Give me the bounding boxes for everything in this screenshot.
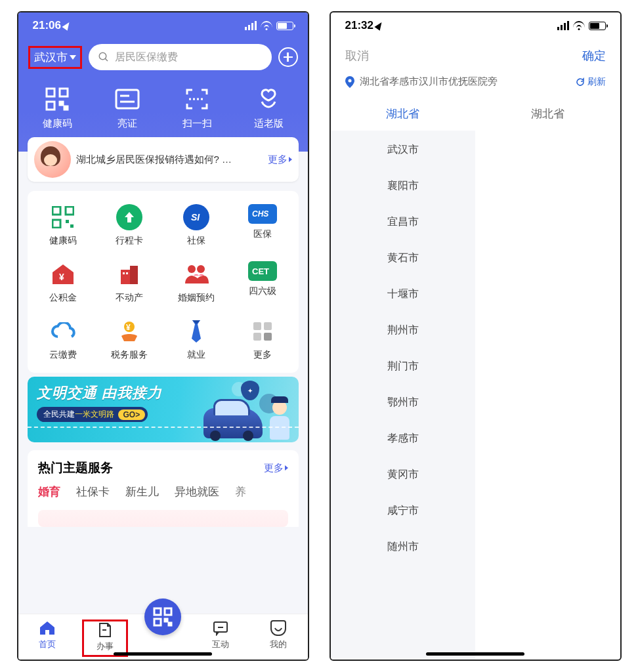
picker-header: 取消 确定	[331, 39, 620, 73]
add-button[interactable]	[278, 47, 298, 67]
city-item[interactable]: 随州市	[331, 529, 476, 565]
hot-title: 热门主题服务	[38, 459, 113, 476]
grid-travel-card[interactable]: 行程卡	[96, 204, 163, 247]
nav-mine[interactable]: 我的	[255, 620, 301, 650]
quick-elderly[interactable]: 适老版	[254, 86, 284, 130]
grid-cloud-pay[interactable]: 云缴费	[30, 318, 96, 361]
city-selector[interactable]: 武汉市	[28, 46, 82, 69]
nav-center-qr[interactable]	[144, 598, 181, 635]
svg-rect-12	[66, 207, 74, 215]
grid-housing-fund[interactable]: ¥公积金	[30, 261, 96, 304]
house-fund-icon: ¥	[50, 261, 76, 287]
status-icons	[245, 21, 293, 30]
svg-rect-11	[53, 207, 60, 215]
home-indicator	[426, 652, 524, 656]
grid-real-estate[interactable]: 不动产	[96, 261, 163, 304]
svg-rect-28	[253, 322, 261, 330]
cet-icon: CET	[248, 261, 277, 281]
tab-marriage[interactable]: 婚育	[38, 484, 60, 499]
province-column-header[interactable]: 湖北省	[331, 106, 476, 121]
grid-more[interactable]: 更多	[229, 318, 295, 361]
care-icon	[255, 86, 282, 112]
svg-rect-2	[47, 89, 54, 96]
status-time: 21:06	[33, 19, 61, 32]
city-item[interactable]: 荆门市	[331, 348, 476, 385]
quick-health-code[interactable]: 健康码	[43, 86, 72, 130]
banner-go[interactable]: GO>	[118, 410, 146, 420]
news-card[interactable]: 湖北城乡居民医保报销待遇如何? … 更多	[28, 137, 299, 182]
grid-label: 税务服务	[111, 349, 148, 361]
grid-medical-insurance[interactable]: CHS医保	[229, 204, 295, 247]
qr-icon	[44, 86, 70, 112]
refresh-button[interactable]: 刷新	[576, 76, 606, 88]
city-item[interactable]: 宜昌市	[331, 204, 476, 240]
svg-text:¥: ¥	[59, 272, 64, 282]
svg-line-1	[105, 58, 108, 61]
city-item[interactable]: 武汉市	[331, 132, 476, 168]
grid-marriage[interactable]: 婚姻预约	[163, 261, 229, 304]
city-item[interactable]: 十堰市	[331, 276, 476, 312]
chs-icon: CHS	[248, 204, 277, 224]
hot-card[interactable]	[38, 510, 288, 527]
more-label: 更多	[264, 462, 284, 474]
grid-cet[interactable]: CET四六级	[229, 261, 295, 304]
svg-text:CET: CET	[252, 266, 269, 276]
header: 21:06 武汉市 居民医保缴费	[18, 12, 308, 156]
current-location-text: 湖北省孝感市汉川市优抚医院旁	[360, 75, 498, 88]
qr-icon	[153, 607, 173, 627]
nav-label: 首页	[39, 639, 56, 650]
svg-rect-7	[116, 90, 138, 108]
city-list[interactable]: 武汉市襄阳市宜昌市黄石市十堰市荆州市荆门市鄂州市孝感市黄冈市咸宁市随州市	[331, 131, 476, 660]
quick-show-cert[interactable]: 亮证	[114, 86, 140, 130]
location-arrow-icon	[62, 20, 72, 31]
tie-icon	[183, 318, 209, 345]
svg-text:¥: ¥	[126, 323, 131, 332]
city-item[interactable]: 孝感市	[331, 421, 476, 457]
city-item[interactable]: 黄石市	[331, 240, 476, 276]
chat-icon	[212, 620, 229, 637]
confirm-button[interactable]: 确定	[582, 48, 606, 64]
avatar-icon	[34, 141, 71, 178]
city-item[interactable]: 黄冈市	[331, 457, 476, 493]
current-location-row[interactable]: 湖北省孝感市汉川市优抚医院旁 刷新	[331, 73, 620, 97]
banner[interactable]: ✦ 文明交通 由我接力 全民共建一米文明路 GO>	[28, 377, 299, 442]
city-item[interactable]: 咸宁市	[331, 493, 476, 529]
nav-interact[interactable]: 互动	[198, 620, 244, 650]
banner-subtitle: 全民共建一米文明路 GO>	[37, 407, 148, 422]
arrow-up-icon	[116, 204, 142, 230]
cancel-button[interactable]: 取消	[345, 48, 369, 64]
tab-newborn[interactable]: 新生儿	[125, 484, 159, 499]
battery-icon	[276, 22, 293, 30]
city-item[interactable]: 鄂州市	[331, 385, 476, 421]
grid-label: 四六级	[249, 285, 276, 297]
grid-social-insurance[interactable]: SI社保	[163, 204, 229, 247]
refresh-label: 刷新	[587, 76, 606, 88]
search-input[interactable]: 居民医保缴费	[89, 44, 272, 70]
svg-rect-5	[60, 102, 63, 105]
grid-health-code[interactable]: 健康码	[30, 204, 96, 247]
hot-tabs: 婚育 社保卡 新生儿 异地就医 养	[38, 484, 288, 499]
signal-icon	[245, 21, 257, 30]
quick-label: 扫一扫	[182, 117, 212, 130]
city-item[interactable]: 襄阳市	[331, 168, 476, 204]
tab-extra[interactable]: 养	[235, 484, 246, 499]
grid-label: 医保	[253, 228, 272, 240]
more-label: 更多	[268, 154, 287, 166]
city-column-header[interactable]: 湖北省	[475, 106, 620, 121]
news-more-link[interactable]: 更多	[268, 154, 292, 166]
tab-remote-medical[interactable]: 异地就医	[175, 484, 219, 499]
city-item[interactable]: 荆州市	[331, 312, 476, 348]
svg-text:SI: SI	[191, 212, 200, 222]
nav-home[interactable]: 首页	[24, 620, 70, 650]
grid-employment[interactable]: 就业	[163, 318, 229, 361]
grid-tax[interactable]: ¥税务服务	[96, 318, 163, 361]
svg-rect-3	[60, 89, 68, 96]
tab-social-card[interactable]: 社保卡	[76, 484, 110, 499]
search-placeholder: 居民医保缴费	[115, 51, 178, 64]
hot-more-link[interactable]: 更多	[264, 462, 288, 474]
status-time: 21:32	[345, 19, 373, 32]
quick-scan[interactable]: 扫一扫	[182, 86, 212, 130]
nav-services[interactable]: 办事	[82, 620, 128, 657]
svg-rect-21	[123, 272, 125, 274]
chevron-down-icon	[70, 55, 76, 60]
